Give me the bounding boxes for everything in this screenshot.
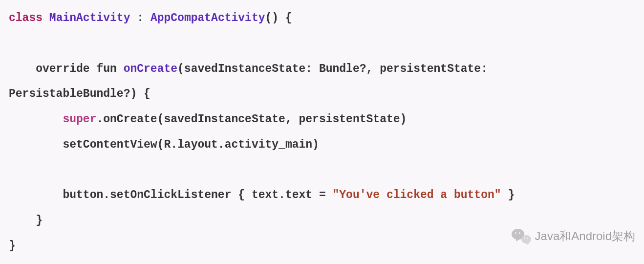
code-line-2: override fun onCreate(savedInstanceState…	[9, 63, 494, 75]
code-block: class MainActivity : AppCompatActivity()…	[0, 0, 644, 259]
code-line-3: PersistableBundle?) {	[9, 88, 150, 100]
keyword-class: class	[9, 12, 43, 24]
colon: :	[137, 12, 150, 24]
override-fun: override fun	[9, 63, 124, 75]
code-line-8: }	[9, 240, 16, 252]
keyword-super: super	[63, 113, 96, 126]
args-part: (savedInstanceState: Bundle?, persistent…	[177, 63, 494, 75]
click-listener-tail: }	[501, 189, 515, 201]
class-name: MainActivity	[49, 12, 137, 24]
click-listener-pre: button.setOnClickListener { text.text =	[9, 189, 333, 201]
tail: () {	[265, 12, 292, 24]
superclass-name: AppCompatActivity	[150, 12, 265, 24]
string-literal: "You've clicked a button"	[333, 189, 501, 201]
code-line-5: setContentView(R.layout.activity_main)	[9, 138, 319, 151]
indent	[9, 113, 63, 126]
code-line-4: super.onCreate(savedInstanceState, persi…	[9, 113, 407, 126]
code-line-1: class MainActivity : AppCompatActivity()…	[9, 12, 292, 24]
fn-oncreate: onCreate	[124, 63, 177, 75]
code-line-6: button.setOnClickListener { text.text = …	[9, 189, 515, 201]
code-line-7: }	[9, 214, 43, 227]
super-call: .onCreate(savedInstanceState, persistent…	[96, 113, 407, 126]
